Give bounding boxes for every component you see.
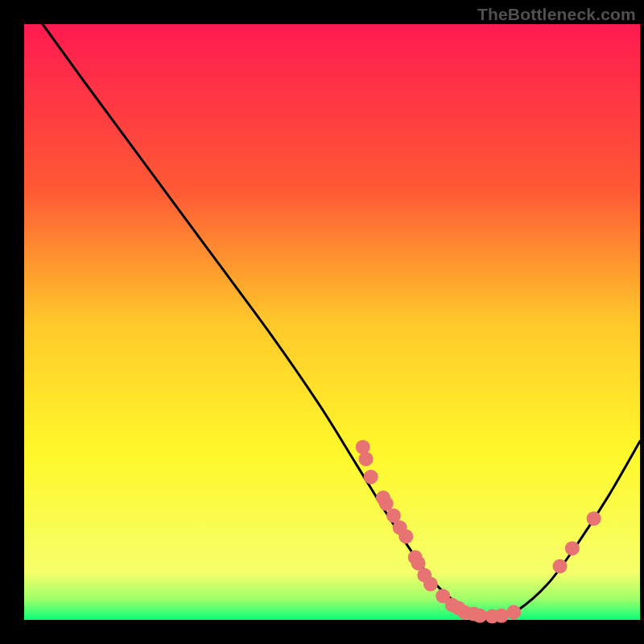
data-point	[473, 609, 487, 623]
bottleneck-chart	[0, 0, 644, 644]
data-point	[565, 541, 580, 555]
data-point	[553, 559, 568, 573]
data-point	[494, 609, 509, 623]
data-point	[364, 469, 378, 484]
data-point	[398, 529, 413, 543]
plot-background	[24, 24, 640, 620]
watermark-text: TheBottleneck.com	[477, 5, 636, 24]
data-point	[587, 511, 601, 526]
data-point	[423, 577, 438, 592]
data-point	[506, 605, 521, 619]
data-point	[359, 452, 374, 466]
chart-container: TheBottleneck.com	[0, 0, 644, 644]
